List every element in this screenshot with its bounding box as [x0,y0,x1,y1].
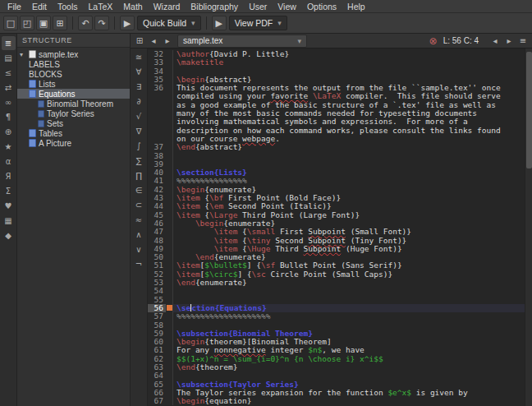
symbol-tab-10-icon[interactable]: ∈ [132,183,146,197]
symbols-wasysym-icon[interactable]: ⊕ [2,125,16,139]
menu-item-edit[interactable]: Edit [27,1,52,12]
prev-bookmark-icon[interactable]: ◂ [489,35,501,47]
menu-item-math[interactable]: Math [118,1,147,12]
menu-item-file[interactable]: File [2,1,26,12]
line-number[interactable]: 57 [148,312,166,321]
code-line[interactable]: 63\end{theorem} [148,363,532,371]
editor-scrollbar[interactable] [525,48,532,406]
structure-item-label: sample.tex [39,50,78,59]
menu-item-tools[interactable]: Tools [53,1,83,12]
prev-tab-icon[interactable]: ◂ [148,35,159,47]
line-number[interactable] [148,127,166,135]
code-line[interactable]: 33\maketitle [148,58,532,67]
menu-item-latex[interactable]: LaTeX [84,1,118,12]
symbol-tab-2-icon[interactable]: ∀ [132,65,146,79]
menubar: FileEditToolsLaTeXMathWizardBibliography… [0,0,532,13]
symbol-tab-13-icon[interactable]: ∧ [132,228,146,242]
cyrillic-letters-icon[interactable]: Я [2,169,16,183]
structure-item-binomial-theorem[interactable]: Binomial Theorem [17,99,130,108]
code-line[interactable]: 67\begin{equation} [148,397,532,405]
line-number[interactable]: 67 [148,397,166,405]
symbol-tab-1-icon[interactable]: ≅ [132,50,146,64]
structure-item-labels[interactable]: LABELS [17,59,130,69]
undo-button[interactable]: ↶ [78,16,93,30]
view-pdf-run-button[interactable]: ▶ [212,16,227,30]
symbols-arrows-icon[interactable]: ⇄ [2,81,16,95]
code-line[interactable]: 38 [148,152,532,160]
line-number[interactable] [148,101,166,109]
symbols-special-icon[interactable]: ★ [2,140,16,154]
save-document-button[interactable]: ▣ [36,16,51,30]
close-document-icon[interactable]: ⊗ [428,35,439,47]
structure-item-label: Equations [39,90,75,99]
menu-item-view[interactable]: View [273,1,301,12]
structure-item-lists[interactable]: Lists [17,79,130,89]
editor-grid-icon[interactable]: ⊞ [134,35,145,47]
line-marker [166,219,173,228]
symbol-tab-12-icon[interactable]: ≈ [132,213,146,227]
tikz-icon[interactable]: ◆ [2,228,16,242]
structure-item-blocks[interactable]: BLOCKS [17,69,130,79]
symbol-tab-9-icon[interactable]: ∏ [132,168,146,182]
symbol-tab-14-icon[interactable]: ∨ [132,242,146,256]
quick-build-run-button[interactable]: ▶ [120,16,135,30]
next-bookmark-icon[interactable]: ▸ [503,35,515,47]
next-tab-icon[interactable]: ▸ [162,35,173,47]
line-number[interactable]: 36 [148,84,166,92]
symbol-tab-4-icon[interactable]: ∂ [132,95,146,108]
view-pdf-select[interactable]: View PDF ▾ [229,16,287,30]
code-token: \sc [252,270,266,279]
favorites-icon[interactable]: ♥ [2,199,16,213]
menu-item-wizard[interactable]: Wizard [149,1,186,12]
greek-letters-icon[interactable]: α [2,155,16,168]
code-line[interactable]: 53\end{enumerate} [148,279,532,287]
most-used-symbols-icon[interactable]: Σ [2,184,16,198]
symbol-tab-8-icon[interactable]: ∑ [132,154,146,168]
panel-bookmarks-icon[interactable]: ▤ [2,51,16,65]
save-all-button[interactable]: ⊞ [53,16,67,30]
structure-item-tables[interactable]: Tables [17,128,130,138]
code-line[interactable]: 57%%%%%%%%%%%%%%%%%%%% [148,312,532,321]
redo-button[interactable]: ↷ [94,16,109,30]
code-line[interactable]: 54 [148,287,532,295]
tab-sample-tex[interactable]: sample.tex ▾ [177,35,307,48]
line-marker [166,152,173,160]
symbols-misc-text-icon[interactable]: ¶ [2,110,16,124]
symbol-tab-3-icon[interactable]: ∃ [132,80,146,94]
panel-structure-icon[interactable]: ≣ [2,36,16,50]
symbol-tab-7-icon[interactable]: ∫ [132,139,146,153]
structure-item-sample-tex[interactable]: ▾sample.tex [17,49,130,59]
menu-item-help[interactable]: Help [342,1,370,12]
open-document-button[interactable]: ◰ [20,16,34,30]
line-marker [166,160,173,168]
editor[interactable]: 32\author{David P. Little}33\maketitle34… [148,48,532,406]
new-document-button[interactable]: □ [3,16,18,30]
line-number[interactable]: 47 [148,228,166,236]
line-marker [166,296,173,304]
structure-item-taylor-series[interactable]: Taylor Series [17,108,130,118]
menu-item-options[interactable]: Options [302,1,342,12]
structure-item-a-picture[interactable]: A Picture [17,138,130,148]
structure-item-sets[interactable]: Sets [17,118,130,128]
expander-icon[interactable]: ▾ [20,51,26,58]
pstricks-icon[interactable]: ▦ [2,214,16,228]
code-line[interactable]: 37\end{abstract} [148,143,532,151]
symbol-tab-11-icon[interactable]: ⊂ [132,198,146,212]
symbols-misc-math-icon[interactable]: ∞ [2,95,16,109]
chevron-down-icon: ▾ [297,37,301,45]
editor-band: ≅∀∃∂√∇∫∑∏∈⊂≈∧∨¬ 32\author{David P. Littl… [131,48,532,406]
quick-build-select[interactable]: Quick Build ▾ [137,16,201,30]
menu-item-bibliography[interactable]: Bibliography [186,1,243,12]
menu-item-user[interactable]: User [244,1,272,12]
structure-item-equations[interactable]: Equations [17,89,130,99]
symbol-tab-5-icon[interactable]: √ [132,109,146,123]
scrollbar-thumb[interactable] [526,52,532,168]
line-number[interactable] [148,109,166,118]
line-number[interactable] [148,118,166,126]
line-marker [166,211,173,219]
symbol-tab-15-icon[interactable]: ¬ [132,257,146,271]
symbols-relational-icon[interactable]: ≤ [2,66,16,80]
symbol-tab-6-icon[interactable]: ∇ [132,124,146,138]
line-number[interactable] [148,92,166,100]
editor-menu-icon[interactable]: ≡ [517,35,529,47]
